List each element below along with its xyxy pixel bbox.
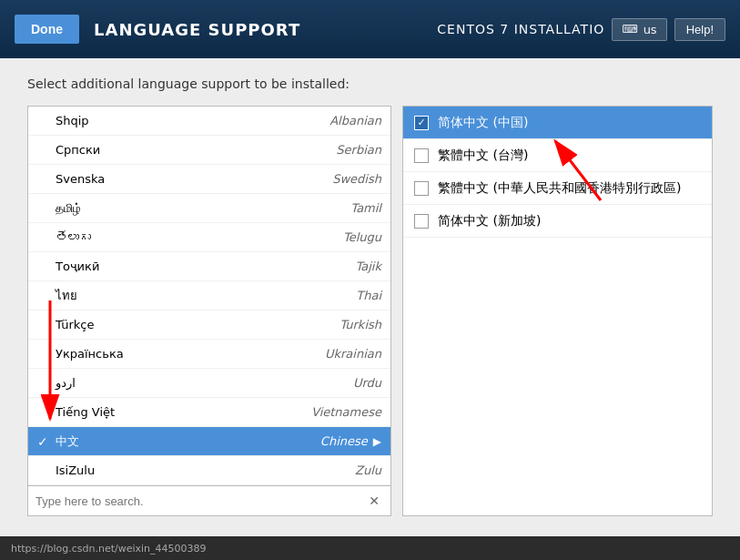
list-item[interactable]: TürkçeTurkish <box>28 311 390 340</box>
lang-native-label: Українська <box>56 347 218 361</box>
lang-native-label: Српски <box>56 143 218 157</box>
lang-english-label: Zulu <box>218 463 381 477</box>
dialect-label: 繁體中文 (台灣) <box>438 148 528 164</box>
keyboard-indicator[interactable]: ⌨ us <box>612 18 666 41</box>
done-button[interactable]: Done <box>15 15 79 44</box>
list-item[interactable]: УкраїнськаUkrainian <box>28 340 390 369</box>
lang-english-label: Tamil <box>218 201 381 215</box>
lang-english-label: Urdu <box>218 376 381 390</box>
dialect-checkbox[interactable] <box>414 214 429 229</box>
list-item[interactable]: 简体中文 (新加坡) <box>403 205 712 238</box>
list-item[interactable]: ShqipAlbanian <box>28 107 390 136</box>
list-item[interactable]: தமிழ்Tamil <box>28 194 390 223</box>
list-item[interactable]: IsiZuluZulu <box>28 456 390 485</box>
keyboard-lang: us <box>644 23 657 36</box>
dialect-checkbox[interactable]: ✓ <box>414 116 429 130</box>
top-bar-left: Done LANGUAGE SUPPORT <box>15 15 300 44</box>
lang-english-label: Swedish <box>218 172 381 186</box>
lang-native-label: తెలుగు <box>56 230 218 244</box>
dialect-label: 简体中文 (新加坡) <box>438 213 541 229</box>
panels-container: ShqipAlbanianСрпскиSerbianSvenskaSwedish… <box>27 106 713 516</box>
lang-english-label: Albanian <box>218 114 381 127</box>
search-input[interactable] <box>35 494 365 508</box>
list-item[interactable]: తెలుగుTelugu <box>28 223 390 252</box>
top-bar-right: CENTOS 7 INSTALLATIO ⌨ us Help! <box>437 18 725 41</box>
bottom-bar: https://blog.csdn.net/weixin_44500389 <box>0 536 740 560</box>
lang-english-label: Vietnamese <box>218 405 381 419</box>
lang-native-label: Tiếng Việt <box>56 405 218 419</box>
lang-native-label: ไทย <box>56 286 218 305</box>
dialect-list-panel: ✓简体中文 (中国)繁體中文 (台灣)繁體中文 (中華人民共和國香港特別行政區)… <box>402 106 713 516</box>
top-bar: Done LANGUAGE SUPPORT CENTOS 7 INSTALLAT… <box>0 0 740 58</box>
list-item[interactable]: ✓简体中文 (中国) <box>403 107 712 139</box>
list-item[interactable]: ✓中文Chinese▶ <box>28 427 390 456</box>
language-list-panel: ShqipAlbanianСрпскиSerbianSvenskaSwedish… <box>27 106 391 516</box>
dialect-checkbox[interactable] <box>414 148 429 163</box>
list-item[interactable]: اردوUrdu <box>28 369 390 398</box>
dialect-label: 简体中文 (中国) <box>438 115 528 131</box>
lang-english-label: Serbian <box>218 143 381 157</box>
lang-native-label: Türkçe <box>56 318 218 331</box>
lang-native-label: IsiZulu <box>56 463 218 477</box>
list-item[interactable]: СрпскиSerbian <box>28 136 390 165</box>
page-title: LANGUAGE SUPPORT <box>94 20 300 39</box>
lang-native-label: اردو <box>56 376 218 390</box>
search-bar: ✕ <box>28 485 390 515</box>
lang-native-label: தமிழ் <box>56 201 218 216</box>
lang-english-label: Turkish <box>218 318 381 331</box>
list-item[interactable]: SvenskaSwedish <box>28 165 390 194</box>
lang-check-icon: ✓ <box>37 434 52 449</box>
lang-native-label: Shqip <box>56 114 218 127</box>
lang-english-label: Telugu <box>218 230 381 244</box>
installer-title: CENTOS 7 INSTALLATIO <box>437 22 604 36</box>
dialect-label: 繁體中文 (中華人民共和國香港特別行政區) <box>438 180 681 197</box>
page-subtitle: Select additional language support to be… <box>27 76 713 91</box>
dialect-checkbox[interactable] <box>414 181 429 196</box>
list-item[interactable]: ไทยThai <box>28 281 390 311</box>
help-button[interactable]: Help! <box>674 18 725 41</box>
list-item[interactable]: ТоҷикӣTajik <box>28 252 390 281</box>
submenu-arrow-icon: ▶ <box>373 435 381 448</box>
search-clear-button[interactable]: ✕ <box>365 492 383 510</box>
lang-native-label: Тоҷикӣ <box>56 260 218 273</box>
keyboard-icon: ⌨ <box>622 23 637 36</box>
list-item[interactable]: 繁體中文 (中華人民共和國香港特別行政區) <box>403 172 712 205</box>
language-list: ShqipAlbanianСрпскиSerbianSvenskaSwedish… <box>28 107 390 485</box>
list-item[interactable]: 繁體中文 (台灣) <box>403 139 712 172</box>
bottom-url: https://blog.csdn.net/weixin_44500389 <box>11 543 207 555</box>
lang-native-label: Svenska <box>56 172 218 186</box>
lang-english-label: Thai <box>218 289 381 302</box>
lang-english-label: Tajik <box>218 260 381 273</box>
lang-native-label: 中文 <box>56 433 211 450</box>
main-content: Select additional language support to be… <box>0 58 740 536</box>
lang-english-label: Chinese <box>211 434 367 448</box>
list-item[interactable]: Tiếng ViệtVietnamese <box>28 398 390 427</box>
lang-english-label: Ukrainian <box>218 347 381 361</box>
